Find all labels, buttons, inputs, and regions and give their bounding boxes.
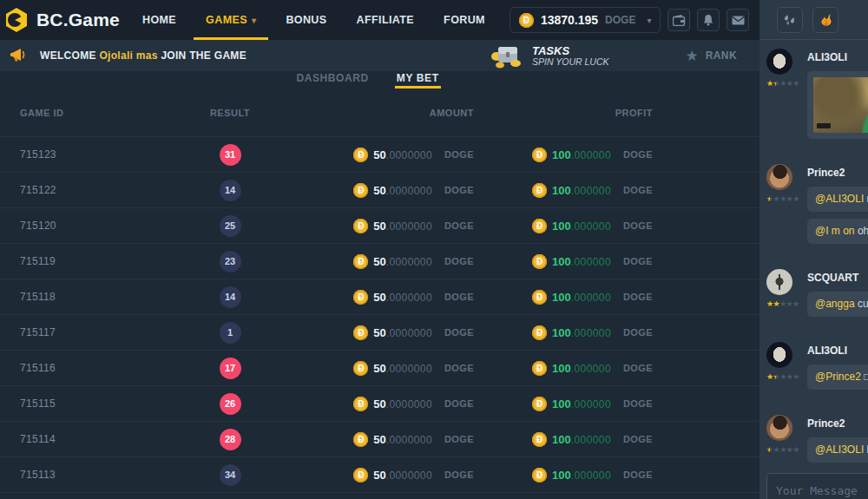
chat-username[interactable]: Prince2 xyxy=(807,417,868,430)
balance-selector[interactable]: Ð 13870.195 DOGE ▾ xyxy=(510,7,661,33)
amount-cell: Ð 50.0000000 DOGE xyxy=(265,218,474,233)
chat-username[interactable]: ALI3OLI xyxy=(807,51,868,63)
user-rating: ★★★★★ ★★★★★ xyxy=(766,445,799,454)
rating-stars-filled: ★★★★★ xyxy=(766,372,776,381)
main-nav: HOME GAMES▾ BONUS AFFILIATE FORUM xyxy=(130,0,497,40)
profit-cell: Ð 100.000000 DOGE xyxy=(474,253,653,269)
messages-button[interactable] xyxy=(727,9,749,31)
mention-link[interactable]: @Prince2 xyxy=(815,371,861,383)
profit-value: 100.000000 xyxy=(552,253,611,269)
doge-coin-icon: Ð xyxy=(353,361,368,376)
rating-stars-empty: ★★★★★ xyxy=(766,194,799,203)
message-text: ohh xyxy=(858,225,868,237)
table-row: 715123 31 Ð 50.0000000 DOGE Ð 100.000000… xyxy=(0,137,760,173)
amount-cell: Ð 50.0000000 DOGE xyxy=(265,147,474,162)
rank-label: RANK xyxy=(706,49,737,62)
table-header-row: GAME ID RESULT AMOUNT PROFIT xyxy=(0,89,760,137)
doge-coin-icon: Ð xyxy=(532,219,547,233)
profit-currency: DOGE xyxy=(623,220,653,231)
user-rating: ★★★★★ ★★★★★ xyxy=(766,299,799,308)
profit-value: 100.000000 xyxy=(552,360,611,376)
chat-content-column: SCQUART @angga cuma jaringan□ xyxy=(807,269,868,324)
chat-text-bubble: @ALI3OLI ho xyxy=(807,437,868,463)
profit-value: 100.000000 xyxy=(552,467,611,483)
table-body: 715123 31 Ð 50.0000000 DOGE Ð 100.000000… xyxy=(0,137,760,493)
doge-coin-icon: Ð xyxy=(532,432,547,447)
chat-content-column: Prince2 @ALI3OLI ho xyxy=(807,415,868,469)
profit-cell: Ð 100.000000 DOGE xyxy=(474,360,653,376)
rating-stars-filled: ★★★★★ xyxy=(766,194,770,203)
chat-message-item: ★★★★★ ★★★★★ Prince2 @ALI3OLI ni@I m on o… xyxy=(766,164,868,251)
chat-message-input[interactable] xyxy=(766,473,868,499)
bcgame-logo-icon xyxy=(3,7,30,33)
nav-link-games[interactable]: GAMES▾ xyxy=(194,0,268,40)
profit-cell: Ð 100.000000 DOGE xyxy=(474,467,653,483)
table-row: 715114 28 Ð 50.0000000 DOGE Ð 100.000000… xyxy=(0,422,760,457)
result-badge: 31 xyxy=(220,144,241,166)
nav-link-home[interactable]: HOME xyxy=(130,0,188,40)
nav-link-affiliate[interactable]: AFFILIATE xyxy=(345,0,427,40)
tasks-button[interactable]: TASKS SPIN YOUR LUCK xyxy=(489,43,609,69)
result-cell: 31 xyxy=(195,144,265,166)
chat-image-bubble[interactable] xyxy=(807,71,868,139)
user-avatar[interactable] xyxy=(766,269,792,295)
brand-logo[interactable]: BC.Game xyxy=(0,0,130,40)
announcement-bar: WELCOME Ojolali mas JOIN THE GAME TASKS … xyxy=(0,40,760,71)
profit-currency: DOGE xyxy=(623,398,653,409)
tab-bar: DASHBOARD MY BET xyxy=(0,71,747,89)
profit-cell: Ð 100.000000 DOGE xyxy=(474,325,653,340)
doge-coin-icon: Ð xyxy=(519,13,534,28)
user-avatar[interactable] xyxy=(766,415,792,441)
game-id-cell: 715113 xyxy=(0,469,195,481)
amount-currency: DOGE xyxy=(444,185,474,195)
chat-content-column: ALI3OLI xyxy=(807,49,868,146)
table-row: 715115 26 Ð 50.0000000 DOGE Ð 100.000000… xyxy=(0,386,760,422)
chat-bubbles xyxy=(807,71,868,139)
rain-button[interactable] xyxy=(777,7,803,33)
profit-value: 100.000000 xyxy=(552,182,611,198)
user-rating: ★★★★★ ★★★★★ xyxy=(766,194,799,203)
profit-value: 100.000000 xyxy=(552,325,611,340)
mention-link[interactable]: @I m on xyxy=(815,225,855,237)
notifications-button[interactable] xyxy=(697,9,720,31)
header-profit: PROFIT xyxy=(474,108,653,118)
rating-stars-filled: ★★★★★ xyxy=(766,299,779,308)
coin-drop-button[interactable]: ₿ xyxy=(812,7,838,33)
tab-my-bet[interactable]: MY BET xyxy=(395,71,441,89)
chat-message-list[interactable]: ★★★★★ ★★★★★ ALI3OLI ★★★★★ ★★★★★ Prince2 … xyxy=(760,40,868,499)
profit-currency: DOGE xyxy=(623,363,653,373)
wallet-button[interactable] xyxy=(667,9,690,31)
mention-link[interactable]: @ALI3OLI xyxy=(815,443,864,456)
fireball-icon: ₿ xyxy=(818,12,833,28)
tab-dashboard[interactable]: DASHBOARD xyxy=(294,71,370,89)
mention-link[interactable]: @angga xyxy=(815,298,855,310)
game-id-cell: 715116 xyxy=(0,362,195,374)
header-game-id: GAME ID xyxy=(0,108,195,118)
nav-link-bonus[interactable]: BONUS xyxy=(273,0,339,40)
user-avatar[interactable] xyxy=(766,49,792,75)
user-rating: ★★★★★ ★★★★★ xyxy=(766,372,799,381)
rank-button[interactable]: ★ RANK xyxy=(685,49,737,63)
game-id-cell: 715118 xyxy=(0,291,195,303)
user-avatar[interactable] xyxy=(766,164,792,190)
chat-content-column: Prince2 @ALI3OLI ni@I m on ohh xyxy=(807,164,868,251)
amount-cell: Ð 50.0000000 DOGE xyxy=(265,431,474,447)
amount-currency: DOGE xyxy=(444,469,474,480)
nav-link-forum[interactable]: FORUM xyxy=(431,0,497,40)
doge-coin-icon: Ð xyxy=(532,183,547,198)
chat-photo[interactable] xyxy=(813,77,868,133)
message-text: □ xyxy=(864,371,868,383)
user-avatar[interactable] xyxy=(766,342,792,368)
profit-currency: DOGE xyxy=(623,292,653,302)
chat-username[interactable]: SCQUART xyxy=(807,272,868,284)
amount-currency: DOGE xyxy=(444,256,474,266)
game-id-cell: 715114 xyxy=(0,433,195,445)
amount-cell: Ð 50.0000000 DOGE xyxy=(265,325,474,340)
amount-currency: DOGE xyxy=(444,220,474,231)
chat-username[interactable]: Prince2 xyxy=(807,167,868,179)
mention-link[interactable]: @ALI3OLI xyxy=(815,193,864,205)
profit-cell: Ð 100.000000 DOGE xyxy=(474,289,653,305)
chat-username[interactable]: ALI3OLI xyxy=(807,345,868,357)
game-id-cell: 715117 xyxy=(0,326,195,338)
profit-cell: Ð 100.000000 DOGE xyxy=(474,396,653,411)
